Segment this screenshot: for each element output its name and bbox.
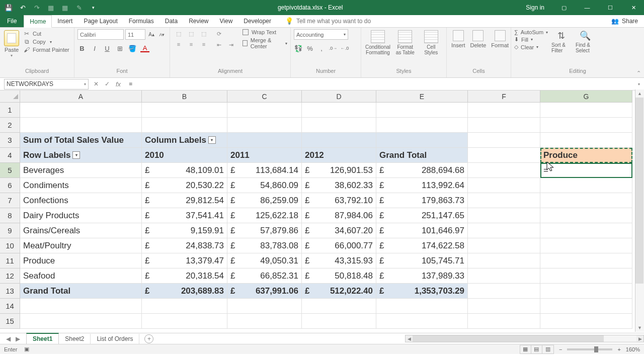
cell[interactable] xyxy=(227,133,302,148)
accounting-format-icon[interactable]: 💱 xyxy=(294,44,303,53)
conditional-formatting-button[interactable]: Conditional Formatting xyxy=(364,29,391,56)
cell-currency[interactable]: £174,622.58 xyxy=(376,238,468,253)
cell[interactable] xyxy=(227,103,302,118)
dec-decimal-icon[interactable]: ←.0 xyxy=(340,44,349,53)
filter-icon[interactable]: ▾ xyxy=(72,151,80,159)
row-header-13[interactable]: 13 xyxy=(0,284,20,299)
delete-cells-button[interactable]: Delete xyxy=(469,29,488,49)
cut-button[interactable]: ✂Cut xyxy=(23,30,41,37)
share-button[interactable]: 👥Share xyxy=(605,15,644,27)
cell[interactable] xyxy=(540,284,632,299)
cell[interactable] xyxy=(540,253,632,268)
cell-currency[interactable]: £48,109.01 xyxy=(142,163,227,178)
cell[interactable] xyxy=(540,268,632,284)
undo-icon[interactable]: ↶ xyxy=(18,3,27,12)
cell[interactable] xyxy=(540,223,632,238)
cell[interactable] xyxy=(468,133,540,148)
cancel-formula-icon[interactable]: ✕ xyxy=(94,80,99,87)
fill-color-button[interactable]: 🪣 xyxy=(128,44,137,53)
redo-icon[interactable]: ↷ xyxy=(32,3,41,12)
sheet-tab-1[interactable]: Sheet1 xyxy=(26,333,59,344)
font-name-select[interactable]: Calibri xyxy=(77,29,124,40)
col-header-D[interactable]: D xyxy=(302,90,376,103)
cell[interactable] xyxy=(227,299,302,314)
row-header-2[interactable]: 2 xyxy=(0,118,20,133)
cell[interactable] xyxy=(20,314,142,329)
tab-formulas[interactable]: Formulas xyxy=(123,15,159,27)
cell-currency[interactable]: £50,818.48 xyxy=(302,268,376,284)
page-layout-view-icon[interactable]: ▤ xyxy=(531,345,542,353)
cell[interactable] xyxy=(540,178,632,193)
row-header-1[interactable]: 1 xyxy=(0,103,20,118)
inc-decimal-icon[interactable]: .0→ xyxy=(329,44,338,53)
qat-icon-3[interactable]: ✎ xyxy=(74,3,84,12)
cell[interactable] xyxy=(540,118,632,133)
cell-currency[interactable]: £126,901.53 xyxy=(302,163,376,178)
tab-file[interactable]: File xyxy=(0,15,24,27)
qat-icon-1[interactable]: ▦ xyxy=(46,3,55,12)
format-as-table-button[interactable]: Format as Table xyxy=(393,29,418,56)
cell[interactable] xyxy=(468,208,540,223)
increase-font-icon[interactable]: A▴ xyxy=(147,30,156,39)
cell[interactable] xyxy=(540,193,632,208)
enter-formula-icon[interactable]: ✓ xyxy=(105,80,110,87)
spreadsheet-grid[interactable]: ABCDEFG 123456789101112131415 Sum of Tot… xyxy=(0,90,644,333)
cell-currency[interactable]: £66,852.31 xyxy=(227,268,302,284)
scroll-thumb[interactable] xyxy=(635,98,643,284)
zoom-in-icon[interactable]: + xyxy=(617,346,620,352)
decrease-font-icon[interactable]: A▾ xyxy=(157,30,167,39)
cell-currency[interactable]: £203,689.83 xyxy=(142,284,227,299)
cell[interactable] xyxy=(376,314,468,329)
cell[interactable] xyxy=(540,314,632,329)
merge-center-button[interactable]: Merge & Center▾ xyxy=(243,37,287,49)
cell-currency[interactable]: £1,353,703.29 xyxy=(376,284,468,299)
cell-currency[interactable]: £37,541.41 xyxy=(142,208,227,223)
tab-page-layout[interactable]: Page Layout xyxy=(78,15,123,27)
minimize-button[interactable]: — xyxy=(577,0,598,15)
cell-currency[interactable]: £105,745.71 xyxy=(376,253,468,268)
cell-currency[interactable]: £87,984.06 xyxy=(302,208,376,223)
cell-currency[interactable]: £637,991.06 xyxy=(227,284,302,299)
add-sheet-button[interactable]: + xyxy=(144,334,153,343)
cell[interactable] xyxy=(302,314,376,329)
pivot-row-label[interactable]: Dairy Products xyxy=(20,208,142,223)
sheet-tab-3[interactable]: List of Orders xyxy=(91,334,139,344)
cell[interactable]: Grand Total xyxy=(376,148,468,163)
horizontal-scrollbar[interactable]: ◀ ▶ xyxy=(405,335,644,342)
cell-currency[interactable]: £101,646.97 xyxy=(376,223,468,238)
cell[interactable] xyxy=(142,314,227,329)
pivot-row-label[interactable]: Seafood xyxy=(20,268,142,284)
cell[interactable] xyxy=(540,238,632,253)
cell[interactable] xyxy=(468,118,540,133)
cell-currency[interactable]: £83,783.08 xyxy=(227,238,302,253)
row-labels[interactable]: Row Labels ▾ xyxy=(20,148,142,163)
tab-review[interactable]: Review xyxy=(183,15,214,27)
cell[interactable] xyxy=(540,208,632,223)
cell-currency[interactable]: £137,989.33 xyxy=(376,268,468,284)
col-header-A[interactable]: A xyxy=(20,90,142,103)
cell[interactable]: 2011 xyxy=(227,148,302,163)
cell[interactable] xyxy=(227,314,302,329)
cell-currency[interactable]: £13,379.47 xyxy=(142,253,227,268)
align-mid-icon[interactable]: ⬚ xyxy=(186,29,197,38)
row-header-4[interactable]: 4 xyxy=(0,148,20,163)
cell[interactable]: 2012 xyxy=(302,148,376,163)
macro-record-icon[interactable]: ▣ xyxy=(24,346,29,352)
cell[interactable] xyxy=(468,103,540,118)
cell[interactable] xyxy=(142,299,227,314)
ribbon-options-icon[interactable]: ▢ xyxy=(553,0,575,15)
tell-me-search[interactable]: 💡Tell me what you want to do xyxy=(280,15,376,27)
cell[interactable] xyxy=(468,238,540,253)
cell[interactable] xyxy=(468,253,540,268)
tab-developer[interactable]: Developer xyxy=(238,15,277,27)
align-bot-icon[interactable]: ⬚ xyxy=(198,29,209,38)
row-header-7[interactable]: 7 xyxy=(0,193,20,208)
cell[interactable] xyxy=(376,133,468,148)
cell[interactable] xyxy=(540,103,632,118)
fx-icon[interactable]: fx xyxy=(116,80,121,88)
column-labels[interactable]: Column Labels ▾ xyxy=(142,133,227,148)
border-button[interactable]: ⊞ xyxy=(115,44,124,53)
copy-button[interactable]: ⧉Copy▾ xyxy=(23,38,52,45)
normal-view-icon[interactable]: ▦ xyxy=(520,345,531,353)
scroll-right-icon[interactable]: ▶ xyxy=(636,335,643,342)
